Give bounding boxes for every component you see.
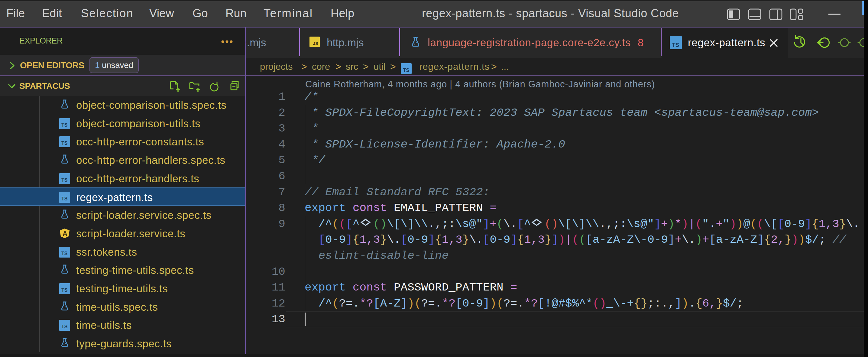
svg-text:TS: TS (672, 42, 679, 48)
svg-text:TS: TS (61, 122, 68, 127)
svg-text:TS: TS (61, 196, 68, 201)
svg-text:TS: TS (61, 251, 68, 256)
svg-text:TS: TS (403, 67, 409, 73)
svg-text:TS: TS (61, 324, 68, 329)
svg-text:JS: JS (313, 41, 318, 46)
svg-text:A: A (63, 230, 67, 237)
svg-text:TS: TS (61, 141, 68, 146)
svg-text:TS: TS (61, 177, 68, 183)
svg-text:TS: TS (61, 288, 68, 293)
